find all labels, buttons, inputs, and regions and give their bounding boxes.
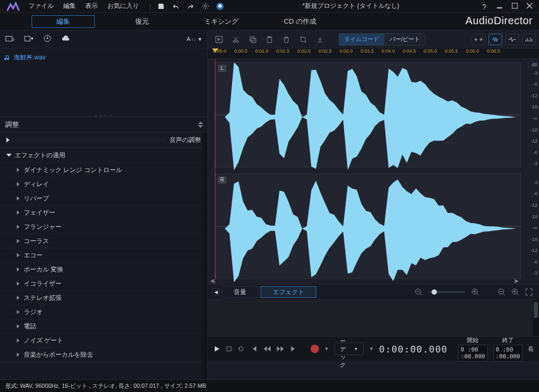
view-pulse-icon[interactable] <box>505 34 519 45</box>
fx-item[interactable]: ダイナミック レンジ コントロール <box>0 163 207 177</box>
waveform-area[interactable]: L R dB -3-6-12-18-∞-18-12-6-3-3-6-12-18-… <box>208 59 539 284</box>
menu-file[interactable]: ファイル <box>28 2 54 11</box>
ruler-tick: 0:05.0 <box>424 48 445 58</box>
hscroll-right-icon[interactable]: ▶ <box>515 278 519 284</box>
tab-mix[interactable]: ミキシング <box>189 15 253 28</box>
zoom-h-slider[interactable] <box>428 291 465 293</box>
record-button[interactable] <box>311 343 319 355</box>
svg-point-15 <box>415 289 421 294</box>
scroll-down-icon[interactable] <box>198 125 203 128</box>
fullscreen-icon[interactable] <box>523 286 535 298</box>
menu-favorites[interactable]: お気に入り <box>107 2 139 11</box>
fx-item[interactable]: ディレイ <box>0 177 207 191</box>
fx-label: コーラス <box>24 237 49 246</box>
right-panel: タイムコード バー/ビート 0:00.00:00.50:01.00:01.50:… <box>208 31 539 379</box>
zoom-out-h-icon[interactable] <box>413 286 424 298</box>
tab-edit[interactable]: 編集 <box>32 15 95 28</box>
db-tick: -6 <box>523 256 539 268</box>
svg-rect-11 <box>250 37 254 41</box>
forward-icon[interactable] <box>276 343 285 355</box>
waveform-left-channel[interactable]: L <box>215 62 521 167</box>
effect-lane-scrollbar[interactable] <box>533 300 539 336</box>
fx-item[interactable]: 音楽からボーカルを除去 <box>0 347 207 361</box>
tab-effect[interactable]: エフェクト <box>261 286 316 298</box>
fx-item[interactable]: イコライザー <box>0 276 207 290</box>
zoom-out-v-icon[interactable] <box>496 286 507 298</box>
tab-cd[interactable]: CD の作成 <box>268 15 332 28</box>
playhead-icon[interactable] <box>212 48 218 53</box>
skip-end-icon[interactable] <box>290 343 297 355</box>
tab-restore[interactable]: 復元 <box>111 15 174 28</box>
tool-copy-icon[interactable] <box>245 33 261 46</box>
view-spectrum-icon[interactable] <box>522 34 536 45</box>
lower-tab-scroll-left[interactable]: ◀ <box>212 288 219 296</box>
fx-item[interactable]: ラジオ <box>0 305 207 319</box>
cloud-icon[interactable] <box>61 35 71 44</box>
maximize-icon[interactable] <box>512 3 519 10</box>
codec-button[interactable]: コーデック▼ <box>334 343 364 355</box>
pill-timecode[interactable]: タイムコード <box>339 34 384 45</box>
tab-volume[interactable]: 音量 <box>222 286 258 298</box>
splitter-handle[interactable]: • • • • <box>0 113 207 116</box>
ruler-tick: 0:03.0 <box>340 48 361 58</box>
redo-icon[interactable] <box>186 2 195 11</box>
section-apply-effect[interactable]: エフェクトの適用 <box>0 148 207 163</box>
media-file-item[interactable]: 海鮮丼.wav <box>4 52 203 63</box>
channel-badge-left: L <box>218 65 226 72</box>
section-sound-adjust[interactable]: 音声の調整 <box>0 133 207 147</box>
ruler-tick: 0:00.5 <box>234 48 255 58</box>
fx-item[interactable]: リバーブ <box>0 191 207 205</box>
start-label: 開始 <box>467 336 478 344</box>
fx-label: リバーブ <box>24 194 49 203</box>
loop-icon[interactable] <box>237 343 245 355</box>
record-media-icon[interactable] <box>24 35 34 44</box>
play-icon[interactable] <box>213 343 221 355</box>
rewind-icon[interactable] <box>263 343 271 355</box>
fx-item[interactable]: ステレオ拡張 <box>0 290 207 305</box>
notification-icon[interactable] <box>215 2 225 11</box>
zoom-in-h-icon[interactable] <box>470 286 481 298</box>
fx-item[interactable]: エコー <box>0 248 207 262</box>
import-media-icon[interactable] <box>5 35 15 44</box>
view-fit-icon[interactable] <box>472 34 485 45</box>
undo-icon[interactable] <box>171 2 181 11</box>
fx-item[interactable]: フランジャー <box>0 219 207 234</box>
effect-lane[interactable] <box>208 300 539 337</box>
settings-icon[interactable] <box>201 2 210 11</box>
tool-delete-icon[interactable] <box>278 33 294 46</box>
sort-button[interactable]: A↑↓ ▾ <box>187 36 202 43</box>
tool-cut-icon[interactable] <box>228 33 244 46</box>
tool-crop-icon[interactable] <box>295 33 311 46</box>
fx-item[interactable]: ボーカル 変換 <box>0 262 207 276</box>
time-ruler[interactable]: 0:00.00:00.50:01.00:01.50:02.00:02.50:03… <box>208 48 539 59</box>
start-time-field[interactable]: 0 :00 :00.000 <box>458 345 487 361</box>
tool-paste-icon[interactable] <box>262 33 277 46</box>
fx-item[interactable]: ノイズ ゲート <box>0 333 207 347</box>
editor-toolbar: タイムコード バー/ビート <box>208 31 539 48</box>
fx-item[interactable]: コーラス <box>0 234 207 248</box>
fx-item[interactable]: フェイザー <box>0 205 207 219</box>
hscroll-left-icon[interactable]: ◀ <box>210 278 214 284</box>
tool-select-icon[interactable] <box>211 33 227 46</box>
view-waveform-icon[interactable] <box>488 34 502 45</box>
skip-start-icon[interactable] <box>250 343 257 355</box>
download-media-icon[interactable] <box>43 34 52 44</box>
help-icon[interactable]: ? <box>482 3 490 10</box>
db-header: dB <box>523 62 539 67</box>
end-time-field[interactable]: 0 :00 :00.000 <box>493 345 523 361</box>
save-icon[interactable] <box>156 2 166 11</box>
brand-label: AudioDirector <box>465 15 533 27</box>
tool-export-icon[interactable] <box>312 33 328 46</box>
waveform-right-channel[interactable]: R <box>215 174 521 279</box>
stop-icon[interactable] <box>226 343 232 355</box>
close-icon[interactable] <box>526 3 534 10</box>
left-scrollbar[interactable] <box>202 133 207 379</box>
pill-barbeat[interactable]: バー/ビート <box>384 34 425 45</box>
scroll-up-icon[interactable] <box>198 122 203 124</box>
fx-item[interactable]: 電話 <box>0 319 207 333</box>
menu-view[interactable]: 表示 <box>85 2 98 11</box>
length-label: 長 <box>528 345 534 353</box>
zoom-in-v-icon[interactable] <box>510 286 521 298</box>
menu-edit[interactable]: 編集 <box>63 2 76 11</box>
minimize-icon[interactable] <box>497 3 504 10</box>
